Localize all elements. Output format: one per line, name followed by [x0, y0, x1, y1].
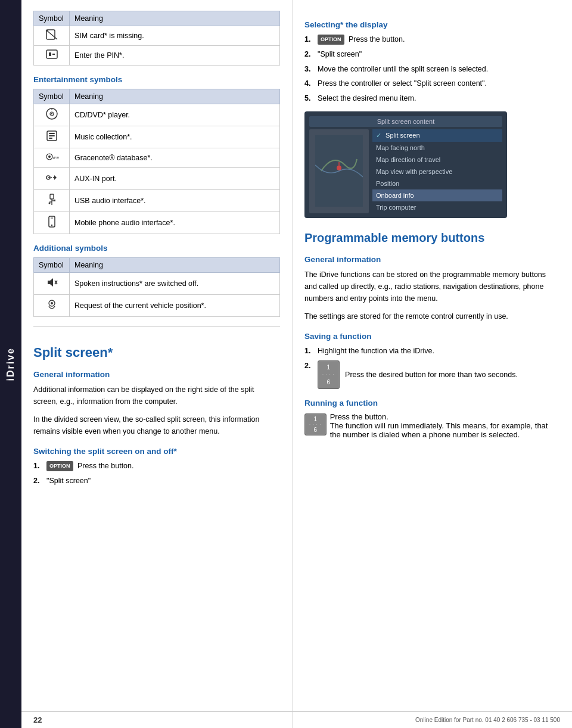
- menu-item-map-direction: Map direction of travel: [372, 154, 502, 166]
- sim-table: Symbol Meaning SIM card* is missing.: [33, 11, 280, 66]
- aux-text: AUX-IN port.: [70, 168, 280, 190]
- step-number: 2.: [33, 475, 44, 487]
- split-general-info-heading: General information: [33, 370, 280, 379]
- menu-item-split-screen: ✓ Split screen: [372, 129, 502, 142]
- svg-point-26: [51, 225, 52, 226]
- step-text: Move the controller until the split scre…: [318, 64, 560, 75]
- check-icon: ✓: [376, 132, 381, 139]
- sim-missing-text: SIM card* is missing.: [70, 26, 280, 46]
- switching-steps-list: 1. OPTION Press the button. 2. "Split sc…: [33, 461, 280, 487]
- svg-rect-13: [49, 138, 52, 139]
- additional-heading: Additional symbols: [33, 244, 280, 253]
- step-content: 1 · · · · 6 Press the desired button for…: [318, 360, 560, 390]
- screen-menu: ✓ Split screen Map facing north Map dire…: [372, 129, 502, 213]
- switching-heading: Switching the split screen on and off*: [33, 447, 280, 456]
- add-col-symbol: Symbol: [34, 258, 70, 273]
- menu-label: Map view with perspective: [376, 168, 452, 175]
- menu-label: Map facing north: [376, 144, 425, 151]
- selecting-heading: Selecting* the display: [304, 20, 560, 29]
- step-text: Press the button.: [77, 462, 134, 470]
- table-row: Request of the current vehicle position*…: [34, 295, 280, 317]
- menu-item-map-perspective: Map view with perspective: [372, 166, 502, 178]
- menu-label: Map direction of travel: [376, 156, 440, 163]
- svg-marker-28: [48, 278, 53, 287]
- prog-general-info-heading: General information: [304, 255, 560, 264]
- symbol-cell: [34, 126, 70, 148]
- svg-rect-5: [52, 54, 55, 55]
- entertainment-heading: Entertainment symbols: [33, 75, 280, 84]
- entertainment-table: Symbol Meaning CD/DVD* player.: [33, 89, 280, 234]
- table-row: AUX-IN port.: [34, 168, 280, 190]
- svg-rect-24: [54, 200, 55, 201]
- step-content: OPTION Press the button.: [46, 461, 280, 472]
- step-text: Press the desired button for more than t…: [345, 370, 518, 378]
- table-row: USB audio interface*.: [34, 190, 280, 212]
- running-desc-text: The function will run immediately. This …: [330, 421, 548, 439]
- table-row: Spoken instructions* are switched off.: [34, 273, 280, 295]
- step-number: 2.: [304, 49, 315, 60]
- saving-steps-list: 1. Highlight the function via the iDrive…: [304, 346, 560, 389]
- list-item: 2. "Split screen": [33, 475, 280, 487]
- idrive-tab-label: iDrive: [5, 347, 16, 381]
- table-row: SIM card* is missing.: [34, 26, 280, 46]
- table-row: grace Gracenote® database*.: [34, 148, 280, 168]
- step-number: 1.: [304, 346, 315, 357]
- step-number: 1.: [304, 34, 315, 45]
- step-number: 1.: [33, 461, 44, 472]
- svg-point-15: [48, 155, 51, 158]
- split-general-info-text2: In the divided screen view, the so-calle…: [33, 413, 280, 437]
- split-general-info-text: Additional information can be displayed …: [33, 384, 280, 407]
- option-button-icon: OPTION: [318, 35, 344, 45]
- usb-text: USB audio interface*.: [70, 190, 280, 212]
- list-item: 5. Select the desired menu item.: [304, 93, 560, 104]
- vehicle-position-icon: [45, 298, 58, 311]
- mute-instructions-icon: [45, 276, 58, 289]
- additional-table: Symbol Meaning Spoken instructions* are …: [33, 257, 280, 317]
- menu-item-map-north: Map facing north: [372, 142, 502, 154]
- step-number: 5.: [304, 93, 315, 104]
- step-text: "Split screen": [318, 49, 560, 60]
- table-row: CD/DVD* player.: [34, 104, 280, 126]
- screen-mockup: Split screen content ✓ Split screen: [304, 111, 507, 218]
- vehicle-pos-text: Request of the current vehicle position*…: [70, 295, 280, 317]
- cd-dvd-icon: [45, 107, 58, 120]
- step-text: Select the desired menu item.: [318, 93, 560, 104]
- svg-point-8: [51, 113, 52, 114]
- prog-general-info-text: The iDrive functions can be stored on th…: [304, 269, 560, 304]
- prog-general-info-text2: The settings are stored for the remote c…: [304, 310, 560, 322]
- idrive-sidebar-tab: iDrive: [0, 0, 21, 728]
- gracenote-text: Gracenote® database*.: [70, 148, 280, 168]
- step-text: Highlight the function via the iDrive.: [318, 346, 560, 357]
- symbol-cell: [34, 190, 70, 212]
- running-heading: Running a function: [304, 399, 560, 407]
- symbol-cell: [34, 104, 70, 126]
- main-content: Symbol Meaning SIM card* is missing.: [21, 0, 572, 728]
- list-item: 3. Move the controller until the split s…: [304, 64, 560, 75]
- symbol-cell: [34, 168, 70, 190]
- mem-btn-dots: · · · ·: [322, 372, 335, 378]
- selecting-steps-list: 1. OPTION Press the button. 2. "Split sc…: [304, 34, 560, 104]
- symbol-cell: [34, 46, 70, 66]
- divider: [33, 326, 280, 327]
- saving-heading: Saving a function: [304, 332, 560, 341]
- step-text: "Split screen": [46, 475, 280, 487]
- step-text: Press the controller or select "Split sc…: [318, 78, 560, 89]
- left-column: Symbol Meaning SIM card* is missing.: [21, 0, 293, 728]
- gracenote-icon: grace: [45, 151, 59, 162]
- step-number: 2.: [304, 360, 315, 372]
- pin-icon: [45, 49, 58, 60]
- menu-label: Trip computer: [376, 204, 416, 211]
- step-number: 4.: [304, 78, 315, 89]
- music-collection-icon: [45, 129, 58, 142]
- sim-table-col-symbol: Symbol: [34, 11, 70, 26]
- menu-item-onboard-info[interactable]: Onboard info: [372, 189, 502, 201]
- map-thumbnail: [309, 129, 369, 213]
- svg-rect-4: [49, 52, 51, 56]
- svg-line-1: [46, 30, 57, 39]
- list-item: 1. Highlight the function via the iDrive…: [304, 346, 560, 357]
- menu-label: Position: [376, 180, 399, 187]
- aux-in-icon: [45, 171, 58, 184]
- symbol-cell: grace: [34, 148, 70, 168]
- memory-button-icon: 1 · · · · 6: [318, 360, 340, 390]
- menu-item-position: Position: [372, 178, 502, 189]
